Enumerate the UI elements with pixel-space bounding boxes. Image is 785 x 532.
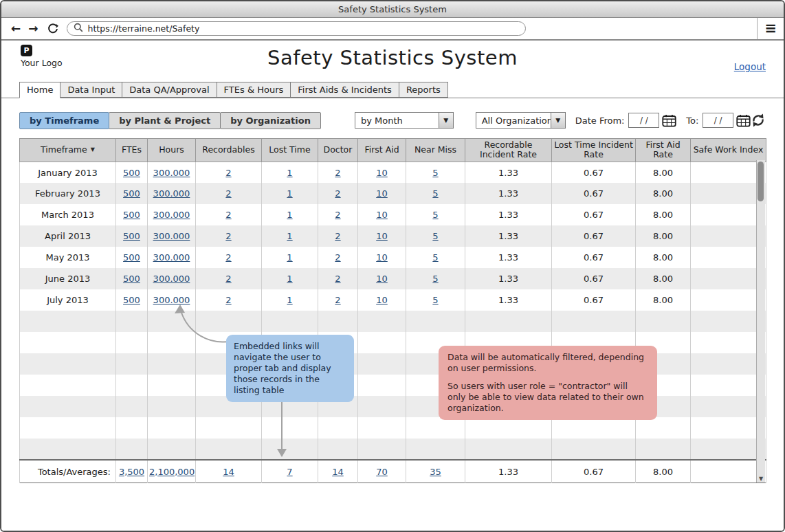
doctor-link[interactable]: 2 (335, 274, 340, 284)
calendar-icon[interactable] (736, 114, 751, 127)
first-aid-link[interactable]: 10 (376, 252, 388, 263)
ftes-link[interactable]: 500 (123, 231, 140, 241)
column-header-safe-work-index[interactable]: Safe Work Index (691, 139, 766, 162)
chevron-down-icon[interactable]: ▼ (551, 113, 565, 128)
hours-link[interactable]: 300.000 (153, 168, 190, 178)
browser-refresh-icon[interactable] (47, 23, 58, 34)
first-aid-link[interactable]: 10 (376, 210, 388, 220)
lost-time-link[interactable]: 1 (287, 188, 292, 199)
hours-link[interactable]: 300.000 (153, 231, 190, 241)
column-header-hours[interactable]: Hours (148, 139, 196, 162)
totals-doctor-link[interactable]: 14 (332, 467, 344, 477)
lost-time-link[interactable]: 1 (287, 252, 292, 263)
refresh-icon[interactable] (751, 113, 766, 128)
near-miss-link[interactable]: 5 (432, 295, 438, 305)
column-header-near-miss[interactable]: Near Miss (406, 139, 465, 162)
recordables-link[interactable]: 2 (225, 274, 231, 284)
near-miss-link[interactable]: 5 (432, 274, 438, 284)
lost-time-link[interactable]: 1 (287, 231, 292, 241)
period-dropdown[interactable]: by Month ▼ (355, 112, 454, 129)
column-header-doctor[interactable]: Doctor (318, 139, 358, 162)
recordables-link[interactable]: 2 (225, 252, 231, 263)
view-toggle-by-plant-project[interactable]: by Plant & Project (109, 112, 221, 129)
doctor-link[interactable]: 2 (335, 210, 340, 220)
ftes-link[interactable]: 500 (123, 295, 140, 305)
doctor-link[interactable]: 2 (335, 231, 340, 241)
hours-link[interactable]: 300.000 (153, 295, 190, 305)
tab-first-aids-incidents[interactable]: First Aids & Incidents (290, 82, 399, 98)
cell-swi (691, 183, 766, 204)
totals-hours-link[interactable]: 2,100,000 (149, 467, 195, 477)
recordables-link[interactable]: 2 (225, 295, 231, 305)
hours-link[interactable]: 300.000 (153, 210, 190, 220)
tab-data-input[interactable]: Data Input (60, 82, 122, 98)
date-from-input[interactable]: / / (628, 113, 659, 128)
ftes-link[interactable]: 500 (123, 188, 140, 199)
recordables-link[interactable]: 2 (225, 188, 231, 199)
browser-menu-button[interactable]: ≡ (757, 18, 784, 39)
lost-time-link[interactable]: 1 (287, 274, 292, 284)
date-to-input[interactable]: / / (703, 113, 733, 128)
hours-link[interactable]: 300.000 (153, 252, 190, 263)
first-aid-link[interactable]: 10 (376, 231, 388, 241)
ftes-link[interactable]: 500 (123, 168, 140, 178)
lost-time-link[interactable]: 1 (287, 210, 292, 220)
near-miss-link[interactable]: 5 (432, 188, 438, 199)
totals-recordables-link[interactable]: 14 (223, 467, 234, 477)
view-toggle-by-organization[interactable]: by Organization (220, 112, 321, 129)
forward-icon[interactable]: → (28, 23, 38, 34)
tab-ftes-hours[interactable]: FTEs & Hours (217, 82, 291, 98)
doctor-link[interactable]: 2 (335, 168, 340, 178)
totals-ftes-link[interactable]: 3,500 (119, 467, 144, 477)
cell-timeframe: February 2013 (20, 183, 116, 204)
first-aid-link[interactable]: 10 (376, 295, 388, 305)
column-header-timeframe[interactable]: Timeframe▼ (20, 139, 116, 162)
chevron-down-icon[interactable]: ▼ (439, 113, 453, 128)
calendar-icon[interactable] (662, 114, 676, 127)
near-miss-link[interactable]: 5 (432, 210, 438, 220)
ftes-link[interactable]: 500 (123, 274, 140, 284)
doctor-link[interactable]: 2 (335, 252, 340, 263)
first-aid-link[interactable]: 10 (376, 274, 388, 284)
column-header-ftes[interactable]: FTEs (116, 139, 148, 162)
near-miss-link[interactable]: 5 (432, 231, 438, 241)
totals-first-aid-link[interactable]: 70 (376, 467, 388, 477)
tab-reports[interactable]: Reports (399, 82, 448, 98)
tab-data-qa-approval[interactable]: Data QA/Approval (122, 82, 217, 98)
logout-link[interactable]: Logout (734, 61, 766, 72)
url-bar[interactable]: https://terraine.net/Safety (67, 21, 526, 36)
recordables-link[interactable]: 2 (225, 210, 231, 220)
scrollbar-down-icon[interactable]: ▼ (757, 476, 765, 482)
recordables-link[interactable]: 2 (225, 231, 231, 241)
scrollbar-thumb[interactable] (758, 162, 764, 201)
tab-home[interactable]: Home (19, 82, 60, 98)
cell-recordables: 2 (196, 247, 262, 268)
hours-link[interactable]: 300.000 (153, 274, 190, 284)
cell-lost_time: 1 (262, 183, 318, 204)
column-header-first-aid-rate[interactable]: First Aid Rate (636, 139, 691, 162)
ftes-link[interactable]: 500 (123, 210, 140, 220)
column-header-recordables[interactable]: Recordables (196, 139, 262, 162)
first-aid-link[interactable]: 10 (376, 188, 388, 199)
organization-dropdown[interactable]: All Organizations ▼ (476, 112, 566, 129)
column-header-lost-time-incident-rate[interactable]: Lost Time Incident Rate (552, 139, 636, 162)
doctor-link[interactable]: 2 (335, 295, 340, 305)
totals-lost-time-link[interactable]: 7 (287, 467, 292, 477)
ftes-link[interactable]: 500 (123, 252, 140, 263)
lost-time-link[interactable]: 1 (287, 168, 292, 178)
column-header-recordable-incident-rate[interactable]: Recordable Incident Rate (465, 139, 552, 162)
hours-link[interactable]: 300.000 (153, 188, 190, 199)
column-header-first-aid[interactable]: First Aid (358, 139, 406, 162)
doctor-link[interactable]: 2 (335, 188, 340, 199)
view-toggle-by-timeframe[interactable]: by Timeframe (19, 112, 109, 129)
cell-ftes: 500 (116, 247, 148, 268)
totals-near-miss-link[interactable]: 35 (430, 467, 441, 477)
first-aid-link[interactable]: 10 (376, 168, 388, 178)
recordables-link[interactable]: 2 (225, 168, 231, 178)
vertical-scrollbar[interactable]: ▼ (756, 160, 765, 483)
back-icon[interactable]: ← (11, 23, 21, 34)
near-miss-link[interactable]: 5 (432, 252, 438, 263)
near-miss-link[interactable]: 5 (432, 168, 438, 178)
column-header-lost-time[interactable]: Lost Time (262, 139, 318, 162)
lost-time-link[interactable]: 1 (287, 295, 292, 305)
